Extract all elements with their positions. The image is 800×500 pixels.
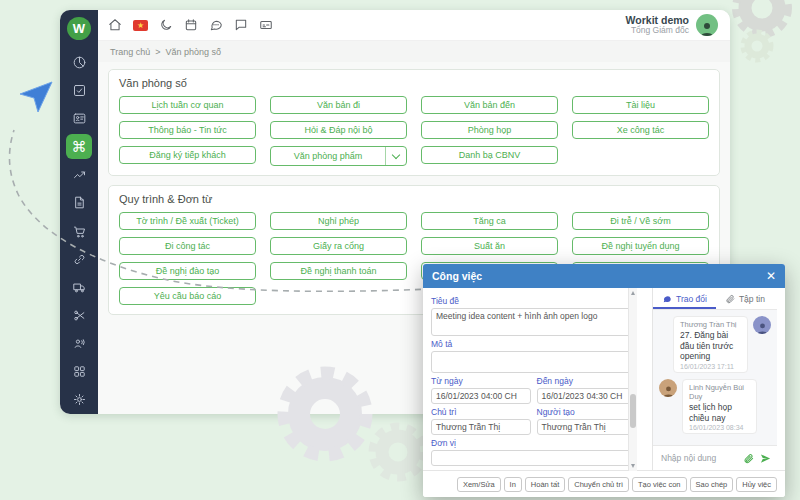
comment-time: 16/01/2023 17:11 xyxy=(680,363,741,370)
command-icon: ⌘ xyxy=(72,139,87,154)
view-edit-button[interactable]: Xem/Sửa xyxy=(457,477,501,492)
title-field[interactable]: Meeting idea content + hình ảnh open log… xyxy=(431,308,636,336)
chat-bubble-icon[interactable] xyxy=(209,18,223,32)
dropdown-toggle[interactable] xyxy=(385,147,406,165)
sidebar-item-purchasing[interactable] xyxy=(66,219,92,244)
sidebar-item-reports[interactable] xyxy=(66,162,92,187)
document-icon xyxy=(72,195,87,210)
complete-button[interactable]: Hoàn tất xyxy=(525,477,565,492)
office-button[interactable]: Lịch tuần cơ quan xyxy=(119,96,256,114)
field-label: Mô tả xyxy=(431,339,636,349)
scrollbar-thumb[interactable] xyxy=(630,394,636,428)
chat-input[interactable] xyxy=(659,452,737,464)
field-label: Đến ngày xyxy=(537,376,637,386)
process-button[interactable]: Đề nghị thanh toán xyxy=(270,262,407,280)
breadcrumb-current: Văn phòng số xyxy=(165,47,221,57)
sidebar-item-tasks[interactable] xyxy=(66,78,92,103)
process-button[interactable]: Tờ trình / Đề xuất (Ticket) xyxy=(119,212,256,230)
copy-button[interactable]: Sao chép xyxy=(690,477,734,492)
field-label: Từ ngày xyxy=(431,376,531,386)
sidebar-item-apps[interactable] xyxy=(66,359,92,384)
print-button[interactable]: In xyxy=(504,477,522,492)
section-title: Quy trình & Đơn từ xyxy=(119,193,709,205)
scroll-down-icon[interactable] xyxy=(631,464,635,468)
sidebar-item-links[interactable] xyxy=(66,247,92,272)
office-button[interactable]: Đăng ký tiếp khách xyxy=(119,146,256,164)
section-title: Văn phòng số xyxy=(119,77,709,89)
form-scrollbar[interactable] xyxy=(628,288,637,471)
process-button[interactable]: Đi công tác xyxy=(119,237,256,255)
attach-paperclip-icon[interactable] xyxy=(743,453,754,464)
office-button[interactable]: Tài liệu xyxy=(572,96,709,114)
sidebar-item-settings[interactable] xyxy=(66,387,92,412)
end-date-field[interactable]: 16/01/2023 04:30 CH xyxy=(537,388,637,404)
comment-author: Thương Trần Thị xyxy=(680,320,741,329)
profile-role: Tổng Giám đốc xyxy=(626,26,689,36)
pointer-arrow-decoration xyxy=(8,72,56,120)
modal-header[interactable]: Công việc ✕ xyxy=(423,264,785,288)
unit-field[interactable] xyxy=(431,450,636,466)
pie-chart-icon xyxy=(72,55,87,70)
process-button[interactable]: Tăng ca xyxy=(421,212,558,230)
tools-icon xyxy=(72,308,87,323)
comment-text: set lịch họp chiều nay xyxy=(689,402,750,423)
task-form: Tiêu đề Meeting idea content + hình ảnh … xyxy=(423,288,644,470)
process-button[interactable]: Đề nghị tuyển dụng xyxy=(572,237,709,255)
process-button[interactable]: Giấy ra cổng xyxy=(270,237,407,255)
office-button-dropdown[interactable]: Văn phòng phẩm xyxy=(270,146,407,166)
id-card-icon xyxy=(72,111,87,126)
device-card-icon[interactable] xyxy=(259,18,273,32)
office-button[interactable]: Văn bản đi xyxy=(270,96,407,114)
process-button[interactable]: Suất ăn xyxy=(421,237,558,255)
message-square-icon[interactable] xyxy=(234,18,248,32)
workit-logo[interactable]: W xyxy=(67,17,91,40)
tab-trao-doi[interactable]: Trao đổi xyxy=(653,288,716,309)
process-button[interactable]: Yêu cầu báo cáo xyxy=(119,287,256,305)
comment-author: Linh Nguyễn Bùi Duy xyxy=(689,383,750,401)
sidebar-item-idcard[interactable] xyxy=(66,106,92,131)
comment-text: 27. Đăng bài đầu tiên trước opening xyxy=(680,330,741,362)
modal-title: Công việc xyxy=(432,270,766,282)
dark-mode-moon-icon[interactable] xyxy=(159,18,173,32)
send-plane-icon[interactable] xyxy=(760,453,771,464)
paperclip-icon xyxy=(725,294,735,304)
office-button[interactable]: Hỏi & Đáp nội bộ xyxy=(270,121,407,139)
start-date-field[interactable]: 16/01/2023 04:00 CH xyxy=(431,388,531,404)
breadcrumb: Trang chủ > Văn phòng số xyxy=(98,41,730,62)
chat-input-bar xyxy=(653,445,777,470)
office-button-dropdown-label: Văn phòng phẩm xyxy=(271,147,385,165)
creator-field[interactable]: Thương Trần Thị xyxy=(537,419,637,435)
section-van-phong-so: Văn phòng số Lịch tuần cơ quan Văn bản đ… xyxy=(108,69,720,176)
breadcrumb-home[interactable]: Trang chủ xyxy=(110,47,150,57)
calendar-icon[interactable] xyxy=(184,18,198,32)
discussion-panel: Trao đổi Tập tin Thương Trần Thị 27. Đăn… xyxy=(652,288,777,470)
tab-tap-tin[interactable]: Tập tin xyxy=(716,288,774,309)
scroll-up-icon[interactable] xyxy=(631,291,635,295)
cancel-task-button[interactable]: Hủy việc xyxy=(736,477,777,492)
office-button[interactable]: Danh bạ CBNV xyxy=(421,146,558,164)
user-profile[interactable]: Workit demo Tổng Giám đốc xyxy=(626,14,720,36)
sidebar-item-documents[interactable] xyxy=(66,190,92,215)
description-field[interactable] xyxy=(431,351,636,373)
sidebar-item-hr[interactable] xyxy=(66,331,92,356)
sidebar-item-delivery[interactable] xyxy=(66,275,92,300)
sidebar-item-dashboard[interactable] xyxy=(66,50,92,75)
office-button[interactable]: Phòng họp xyxy=(421,121,558,139)
vietnam-flag-icon[interactable]: ★ xyxy=(133,20,148,31)
tab-label: Tập tin xyxy=(739,294,765,304)
close-icon[interactable]: ✕ xyxy=(766,270,776,282)
process-button[interactable]: Đề nghị đào tạo xyxy=(119,262,256,280)
home-icon[interactable] xyxy=(108,18,122,32)
process-button[interactable]: Đi trễ / Về sớm xyxy=(572,212,709,230)
sidebar-item-tools[interactable] xyxy=(66,303,92,328)
comment-time: 16/01/2023 08:34 xyxy=(689,424,750,431)
trending-up-icon xyxy=(72,167,87,182)
office-button[interactable]: Thông báo - Tin tức xyxy=(119,121,256,139)
sidebar-item-workspace-active[interactable]: ⌘ xyxy=(66,134,92,159)
office-button[interactable]: Xe công tác xyxy=(572,121,709,139)
office-button[interactable]: Văn bản đến xyxy=(421,96,558,114)
owner-field[interactable]: Thương Trần Thị xyxy=(431,419,531,435)
create-subtask-button[interactable]: Tạo việc con xyxy=(632,477,687,492)
transfer-owner-button[interactable]: Chuyển chủ trì xyxy=(568,477,629,492)
process-button[interactable]: Nghỉ phép xyxy=(270,212,407,230)
